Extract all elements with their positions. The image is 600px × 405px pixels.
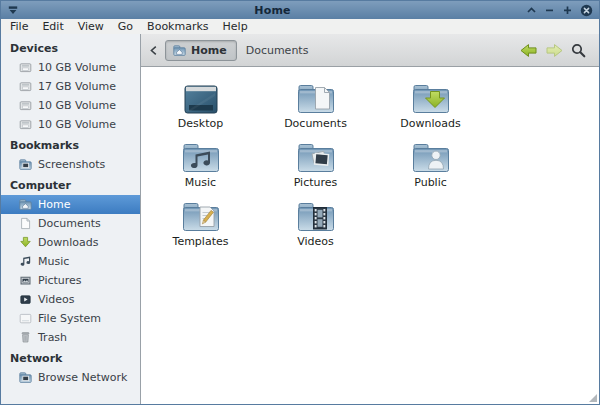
music-note-icon [19, 255, 32, 268]
file-templates[interactable]: Templates [143, 198, 258, 257]
menu-go[interactable]: Go [111, 19, 140, 34]
file-desktop[interactable]: Desktop [143, 80, 258, 139]
sidebar-item-browse-network[interactable]: Browse Network [1, 368, 140, 387]
drive-icon [19, 99, 32, 112]
menu-bookmarks[interactable]: Bookmarks [140, 19, 215, 34]
sidebar-item-music[interactable]: Music [1, 252, 140, 271]
breadcrumb-documents-button[interactable]: Documents [237, 40, 318, 61]
videos-folder-icon [296, 198, 336, 234]
sidebar-item-pictures[interactable]: Pictures [1, 271, 140, 290]
sidebar-item-home[interactable]: Home [1, 195, 140, 214]
file-manager-window: Home File Edit View Go Bookmarks Help De… [0, 0, 600, 405]
filesystem-drive-icon [19, 312, 32, 325]
home-folder-icon [19, 198, 32, 211]
public-folder-icon [411, 139, 451, 175]
network-folder-icon [19, 371, 32, 384]
close-button[interactable] [580, 4, 593, 17]
file-view: Desktop Documents Downloads Music Pictur… [141, 67, 599, 404]
photo-icon [19, 274, 32, 287]
sidebar-item-downloads[interactable]: Downloads [1, 233, 140, 252]
sidebar-item-volume-2[interactable]: 17 GB Volume [1, 77, 140, 96]
documents-folder-icon [296, 80, 336, 116]
forward-arrow-icon[interactable] [545, 43, 564, 58]
shade-button[interactable] [526, 5, 537, 15]
window-title: Home [19, 4, 526, 17]
menubar: File Edit View Go Bookmarks Help [1, 19, 599, 34]
sidebar-item-videos[interactable]: Videos [1, 290, 140, 309]
drive-icon [19, 61, 32, 74]
sidebar-item-volume-1[interactable]: 10 GB Volume [1, 58, 140, 77]
sidebar-item-documents[interactable]: Documents [1, 214, 140, 233]
window-menu-icon[interactable] [7, 4, 19, 16]
sidebar: Devices 10 GB Volume 17 GB Volume 10 GB … [1, 34, 141, 404]
downloads-folder-icon [411, 80, 451, 116]
pictures-folder-icon [296, 139, 336, 175]
download-arrow-icon [19, 236, 32, 249]
sidebar-item-trash[interactable]: Trash [1, 328, 140, 347]
home-folder-icon [173, 44, 186, 57]
drive-icon [19, 118, 32, 131]
maximize-button[interactable] [562, 5, 573, 15]
toolbar: Home Documents [141, 34, 599, 67]
desktop-icon [181, 80, 221, 116]
titlebar: Home [1, 1, 599, 19]
sidebar-item-volume-4[interactable]: 10 GB Volume [1, 115, 140, 134]
templates-folder-icon [181, 198, 221, 234]
document-icon [19, 217, 32, 230]
file-music[interactable]: Music [143, 139, 258, 198]
menu-edit[interactable]: Edit [35, 19, 70, 34]
sidebar-item-file-system[interactable]: File System [1, 309, 140, 328]
sidebar-header-network: Network [1, 347, 140, 368]
file-public[interactable]: Public [373, 139, 488, 198]
back-arrow-icon[interactable] [519, 43, 538, 58]
file-documents[interactable]: Documents [258, 80, 373, 139]
menu-file[interactable]: File [3, 19, 35, 34]
folder-image-icon [19, 158, 32, 171]
video-icon [19, 293, 32, 306]
breadcrumb-scroll-left-icon[interactable] [149, 45, 158, 56]
sidebar-header-devices: Devices [1, 34, 140, 58]
file-pictures[interactable]: Pictures [258, 139, 373, 198]
menu-view[interactable]: View [71, 19, 111, 34]
window-controls [526, 4, 593, 17]
menu-help[interactable]: Help [216, 19, 255, 34]
sidebar-item-screenshots[interactable]: Screenshots [1, 155, 140, 174]
file-downloads[interactable]: Downloads [373, 80, 488, 139]
breadcrumb-home-button[interactable]: Home [165, 40, 237, 61]
music-folder-icon [181, 139, 221, 175]
resize-grip[interactable] [589, 394, 597, 402]
sidebar-header-computer: Computer [1, 174, 140, 195]
trash-icon [19, 331, 32, 344]
file-videos[interactable]: Videos [258, 198, 373, 257]
minimize-button[interactable] [544, 5, 555, 15]
sidebar-header-bookmarks: Bookmarks [1, 134, 140, 155]
drive-icon [19, 80, 32, 93]
icon-grid: Desktop Documents Downloads Music Pictur… [143, 80, 489, 257]
search-icon[interactable] [571, 43, 586, 58]
sidebar-item-volume-3[interactable]: 10 GB Volume [1, 96, 140, 115]
